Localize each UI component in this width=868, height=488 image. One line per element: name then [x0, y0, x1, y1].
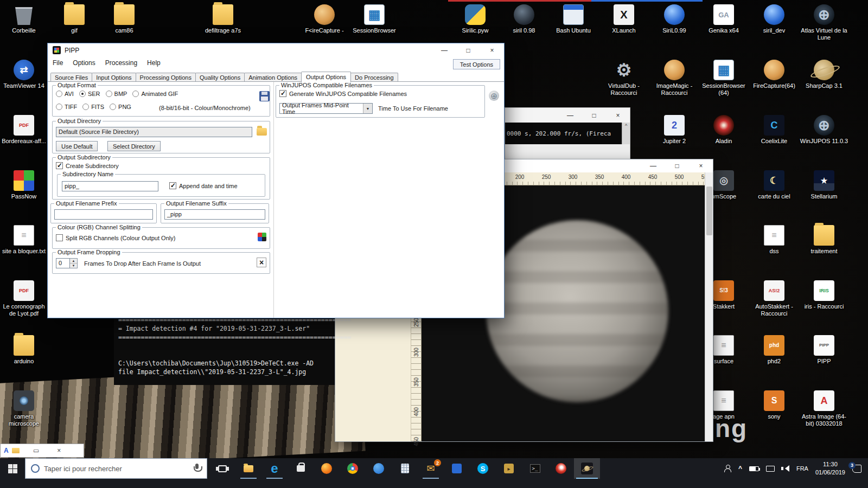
pipp-window[interactable]: PIPP — □ × FileOptionsProcessingHelp Tes… — [48, 43, 504, 318]
desktop-icon-winjupos-11-0-3[interactable]: ⊕WinJUPOS 11.0.3 — [800, 115, 848, 145]
desktop-icon-virtualdub-raccourci[interactable]: ⚙VirtualDub - Raccourci — [599, 60, 648, 96]
minimize-icon[interactable]: — — [558, 108, 582, 123]
close-icon[interactable]: × — [689, 159, 713, 172]
desktop-icon-imagemagic-raccourci[interactable]: ImageMagic - Raccourci — [650, 60, 699, 96]
taskbar-mail[interactable]: ✉2 — [418, 458, 444, 479]
desktop-icon-sirilic-pyw[interactable]: Sirilic.pyw — [451, 4, 500, 34]
menu-options[interactable]: Options — [68, 59, 100, 67]
generate-winjupos-checkbox[interactable]: Generate WinJUPOS Compatible Filenames — [279, 90, 407, 97]
tab-output-options[interactable]: Output Options — [301, 72, 351, 82]
radio-tiff[interactable]: TIFF — [56, 104, 77, 110]
split-rgb-checkbox[interactable]: Split RGB Channels (Colour Output Only) — [56, 234, 175, 241]
desktop-icon-site-a-bloquer-txt[interactable]: ≡site a bloquer.txt — [0, 225, 48, 255]
desktop-icon-sessionbrowser[interactable]: ▦SessionBrowser — [350, 4, 399, 34]
taskbar-red-app[interactable] — [548, 458, 574, 479]
desktop-icon-phd2[interactable]: phdphd2 — [750, 335, 799, 365]
desktop-icon-traitement[interactable]: traitement — [800, 225, 848, 255]
use-default-button[interactable]: Use Default — [56, 141, 98, 151]
desktop-icon-siril0-99[interactable]: SiriL0.99 — [650, 4, 699, 34]
desktop-icon-jupiter-2[interactable]: 2Jupiter 2 — [650, 115, 699, 145]
close-icon[interactable]: × — [480, 43, 504, 57]
menu-help[interactable]: Help — [142, 59, 165, 67]
taskbar-image-viewer[interactable] — [574, 458, 600, 479]
radio-animated-gif[interactable]: Animated GIF — [132, 91, 178, 97]
append-date-checkbox[interactable]: Append date and time — [169, 182, 238, 189]
taskbar-blue-app[interactable] — [444, 458, 470, 479]
maximize-icon[interactable]: □ — [456, 43, 480, 57]
people-icon[interactable] — [724, 465, 731, 472]
desktop-icon-corbeille[interactable]: Corbeille — [0, 4, 48, 34]
filename-prefix-field[interactable] — [54, 209, 153, 220]
desktop-icon-xlaunch[interactable]: XXLaunch — [599, 4, 648, 34]
tab-processing-options[interactable]: Processing Options — [136, 73, 196, 82]
desktop-icon-arduino[interactable]: arduino — [0, 335, 48, 365]
taskbar-edge[interactable]: e — [261, 458, 288, 479]
mini-window-fragment[interactable]: A ▭ × — [0, 444, 84, 458]
desktop-icon-pipp[interactable]: PIPPPIPP — [800, 335, 848, 365]
stepper-up-icon[interactable]: ▲ — [70, 259, 77, 263]
desktop-icon-teamviewer-14[interactable]: ⇄TeamViewer 14 — [0, 60, 48, 89]
taskbar-terminal[interactable]: >_ — [522, 458, 548, 479]
chevron-up-icon[interactable]: ^ — [738, 465, 742, 472]
notification-icon[interactable]: 3 — [852, 465, 861, 473]
desktop-icon-aladin[interactable]: Aladin — [699, 115, 748, 145]
tab-animation-options[interactable]: Animation Options — [244, 73, 302, 82]
desktop-icon-dss[interactable]: ≡dss — [750, 225, 799, 255]
taskbar-media-app[interactable]: ▸ — [496, 458, 522, 479]
language-indicator[interactable]: FRA — [796, 465, 808, 472]
battery-icon[interactable] — [749, 466, 759, 471]
tab-quality-options[interactable]: Quality Options — [195, 73, 245, 82]
desktop-icon-f-irecapture[interactable]: F<ireCapture - — [300, 4, 349, 34]
frames-stepper[interactable]: ▲▼ — [70, 258, 78, 268]
desktop-icon-passnow[interactable]: PassNow — [0, 170, 48, 200]
desktop-icon-coelixlite[interactable]: CCoelixLite — [750, 115, 799, 145]
maximize-icon[interactable]: □ — [665, 159, 689, 172]
desktop-icon-siril-0-98[interactable]: siril 0.98 — [500, 4, 548, 34]
taskbar-chrome[interactable] — [340, 458, 366, 479]
close-icon[interactable]: × — [606, 108, 630, 123]
stepper-down-icon[interactable]: ▼ — [70, 263, 77, 268]
filename-suffix-field[interactable]: _pipp — [164, 209, 265, 220]
desktop-icon-bash-ubuntu[interactable]: Bash Ubuntu — [549, 4, 598, 34]
desktop-icon-siril-dev[interactable]: siril_dev — [750, 4, 799, 34]
desktop-icon-defiltrage-a7s[interactable]: defiltrage a7s — [199, 4, 247, 34]
close-icon[interactable]: × — [50, 447, 68, 454]
microphone-icon[interactable] — [193, 464, 201, 473]
desktop-icon-cam86[interactable]: cam86 — [100, 4, 149, 34]
start-button[interactable] — [0, 458, 25, 479]
volume-icon[interactable] — [782, 465, 789, 472]
minimize-icon[interactable]: — — [432, 43, 456, 57]
tab-source-files[interactable]: Source Files — [50, 73, 92, 82]
radio-png[interactable]: PNG — [110, 104, 131, 110]
radio-avi[interactable]: AVI — [56, 91, 74, 97]
test-options-button[interactable]: Test Options — [453, 59, 500, 69]
firecapture-window[interactable]: — □ × 0000 s, 202.000 fr/s, (Fireca ^ — [505, 107, 630, 159]
desktop-icon-astra-image-64-bit-03032018[interactable]: AAstra Image (64-bit) 03032018 — [800, 390, 848, 427]
time-to-use-dropdown[interactable]: Output Frames Mid-Point Time▼ — [279, 103, 373, 114]
taskbar-store[interactable] — [288, 458, 314, 479]
taskbar-skype[interactable]: S — [470, 458, 496, 479]
taskbar-task-view[interactable] — [209, 458, 235, 479]
subdirectory-name-field[interactable]: pipp_ — [62, 181, 158, 191]
select-directory-button[interactable]: Select Directory — [107, 141, 161, 151]
search-input[interactable]: Taper ici pour rechercher — [25, 458, 207, 479]
desktop-icon-sony[interactable]: Ssony — [750, 390, 799, 420]
tab-input-options[interactable]: Input Options — [92, 73, 136, 82]
desktop-icon-bordereaux-aff[interactable]: PDFBordereaux-aff... — [0, 115, 48, 145]
network-icon[interactable] — [766, 466, 775, 472]
firecapture-titlebar[interactable]: — □ × — [505, 108, 630, 123]
radio-ser[interactable]: SER — [79, 91, 100, 97]
firecapture-scrollbar[interactable]: ^ — [622, 123, 630, 144]
scrollbar-thumb[interactable] — [706, 187, 712, 235]
minimize-icon[interactable]: — — [641, 159, 665, 172]
radio-fits[interactable]: FITS — [82, 104, 104, 110]
desktop-icon-autostakkert-raccourci[interactable]: AS!2AutoStakkert - Raccourci — [750, 280, 799, 317]
create-subdirectory-checkbox[interactable]: Create Subdirectory — [56, 162, 119, 169]
frames-to-drop-field[interactable]: 0 — [56, 258, 70, 268]
output-directory-field[interactable]: Default (Source File Directory) — [56, 127, 252, 137]
desktop-icon-gif[interactable]: gif — [50, 4, 99, 34]
pipp-titlebar[interactable]: PIPP — □ × — [48, 43, 504, 57]
taskbar-thunderbird[interactable] — [366, 458, 392, 479]
taskbar-firefox[interactable] — [314, 458, 340, 479]
desktop-icon-sessionbrowser-64[interactable]: ▦SessionBrowser (64) — [699, 60, 748, 96]
